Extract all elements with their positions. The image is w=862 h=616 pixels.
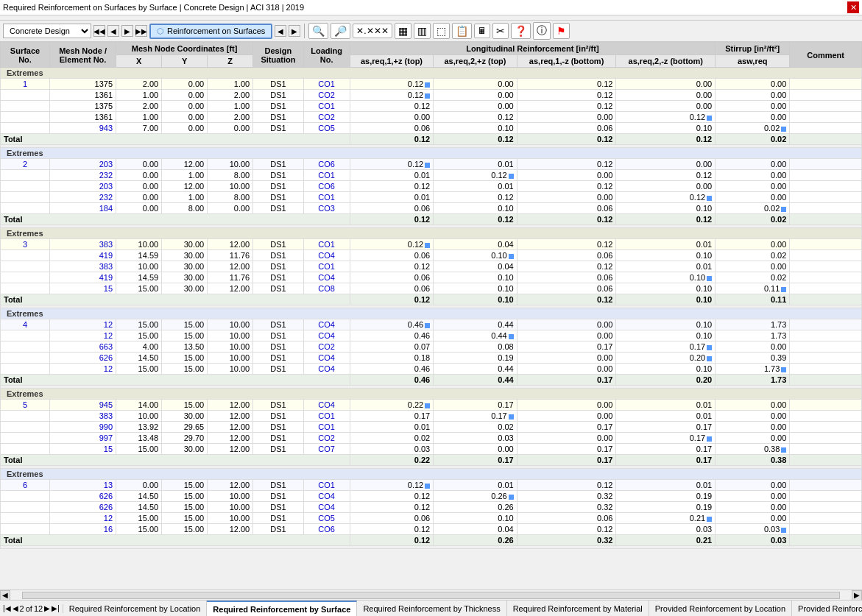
data-cell: 0.12	[350, 79, 433, 90]
data-cell	[790, 444, 862, 455]
data-cell: 15.00	[162, 330, 208, 341]
data-cell: 0.00	[716, 239, 790, 250]
data-cell: 0.00	[116, 159, 162, 170]
page-first-btn[interactable]: |◀	[3, 604, 11, 612]
tab-provided-by-location[interactable]: Provided Reinforcement by Location	[649, 601, 792, 616]
table-row: 38310.0030.0012.00DS1CO10.170.170.000.01…	[1, 411, 862, 422]
data-cell: 11.76	[208, 250, 253, 261]
total-value: 0.17	[616, 455, 716, 466]
data-cell	[1, 112, 50, 123]
table-row: 1840.008.000.00DS1CO30.060.100.060.100.0…	[1, 203, 862, 214]
data-cell: 0.08	[434, 341, 517, 353]
data-cell: 0.00	[716, 480, 790, 491]
data-cell: 15.00	[162, 513, 208, 524]
indicator-icon	[707, 345, 712, 350]
data-cell	[1, 90, 50, 101]
data-cell: 0.00	[716, 159, 790, 170]
horizontal-scrollbar[interactable]: ◀ ▶	[0, 590, 862, 600]
table-row: 594514.0015.0012.00DS1CO40.220.170.000.0…	[1, 400, 862, 411]
data-cell: 30.00	[162, 444, 208, 455]
toolbar-btn-9[interactable]: ✂	[492, 23, 509, 39]
prev-btn[interactable]: ◀	[107, 25, 119, 37]
data-cell: 0.06	[517, 203, 616, 214]
toolbar-btn-11[interactable]: ⓘ	[533, 22, 551, 40]
total-value: 0.10	[616, 294, 716, 305]
active-view[interactable]: ⬡ Reinforcement on Surfaces	[149, 24, 272, 39]
scroll-right-btn[interactable]: ▶	[852, 590, 862, 601]
toolbar-btn-8[interactable]: 🖩	[474, 24, 490, 38]
data-cell: 0.19	[434, 353, 517, 364]
data-cell: 1.00	[208, 101, 253, 112]
data-cell: 30.00	[162, 272, 208, 283]
menu-settings[interactable]	[56, 17, 60, 18]
data-cell: 0.12	[350, 261, 433, 272]
toolbar-btn-7[interactable]: 📋	[452, 23, 472, 39]
data-cell: 0.03	[434, 433, 517, 444]
data-cell	[790, 181, 862, 192]
data-cell: 0.00	[162, 79, 208, 90]
toolbar-btn-1[interactable]: 🔍	[308, 23, 328, 39]
design-combo[interactable]: Concrete Design	[3, 24, 91, 38]
data-cell: 0.12	[350, 90, 433, 101]
data-cell: CO6	[303, 159, 350, 170]
menu-goto[interactable]	[3, 17, 7, 18]
data-cell: 0.39	[716, 353, 790, 364]
total-value	[790, 375, 862, 386]
data-cell: 663	[50, 341, 116, 353]
page-next-btn[interactable]: ▶	[44, 604, 50, 612]
menu-selection[interactable]	[29, 17, 34, 18]
toolbar-btn-4[interactable]: ▦	[395, 23, 411, 39]
data-cell: 10.00	[208, 491, 253, 502]
toolbar-btn-2[interactable]: 🔎	[331, 23, 350, 39]
total-value: 0.17	[517, 455, 616, 466]
toolbar-btn-6[interactable]: ⬚	[433, 23, 450, 39]
data-cell	[790, 112, 862, 123]
prev-prev-btn[interactable]: ◀◀	[93, 25, 105, 37]
toolbar-btn-12[interactable]: ⚑	[553, 23, 570, 39]
close-button[interactable]: ✕	[847, 1, 859, 13]
data-cell: 0.12	[517, 524, 616, 535]
page-last-btn[interactable]: ▶|	[52, 604, 60, 612]
data-cell: CO1	[303, 261, 350, 272]
next-next-btn[interactable]: ▶▶	[135, 25, 147, 37]
data-cell: DS1	[253, 330, 303, 341]
tab-by-surface[interactable]: Required Reinforcement by Surface	[207, 601, 357, 616]
total-value: 0.03	[716, 535, 790, 546]
data-cell: 15.00	[116, 283, 162, 294]
tab-by-material[interactable]: Required Reinforcement by Material	[507, 601, 649, 616]
table-row: 1615.0015.0012.00DS1CO60.120.040.120.030…	[1, 524, 862, 535]
toolbar-btn-10[interactable]: ❓	[511, 23, 531, 39]
data-cell: 12	[50, 319, 116, 330]
indicator-icon	[707, 517, 712, 522]
data-cell: 0.00	[116, 170, 162, 181]
tab-by-thickness[interactable]: Required Reinforcement by Thickness	[357, 601, 506, 616]
data-cell: 0.00	[350, 112, 433, 123]
page-prev-btn[interactable]: ◀	[13, 604, 18, 612]
data-cell: 0.02	[716, 272, 790, 283]
scroll-track[interactable]	[22, 592, 840, 599]
data-cell	[790, 261, 862, 272]
data-cell: 0.10	[616, 123, 716, 134]
view-next-btn[interactable]: ▶	[289, 25, 300, 37]
data-cell: 10.00	[116, 411, 162, 422]
data-cell: 0.10	[616, 319, 716, 330]
data-cell: CO2	[303, 341, 350, 353]
data-cell: 0.00	[208, 203, 253, 214]
next-btn[interactable]: ▶	[121, 25, 133, 37]
scroll-left-btn[interactable]: ◀	[0, 590, 10, 601]
col-as-bot1: as,req,1,-z (bottom)	[517, 55, 616, 68]
menu-edit[interactable]	[16, 17, 21, 18]
data-cell: 0.02	[350, 433, 433, 444]
toolbar-btn-3[interactable]: ✕.✕✕✕	[353, 24, 392, 38]
data-cell: 7.00	[116, 123, 162, 134]
data-cell	[790, 341, 862, 353]
data-cell: DS1	[253, 170, 303, 181]
data-cell: 10.00	[208, 353, 253, 364]
tab-provided-by[interactable]: Provided Reinforcement by	[792, 601, 862, 616]
menu-view[interactable]	[43, 17, 47, 18]
view-prev-btn[interactable]: ◀	[275, 25, 286, 37]
data-cell: 0.00	[162, 112, 208, 123]
toolbar-btn-5[interactable]: ▥	[414, 23, 431, 39]
page-of: of	[26, 604, 32, 613]
tab-by-location[interactable]: Required Reinforcement by Location	[63, 601, 208, 616]
